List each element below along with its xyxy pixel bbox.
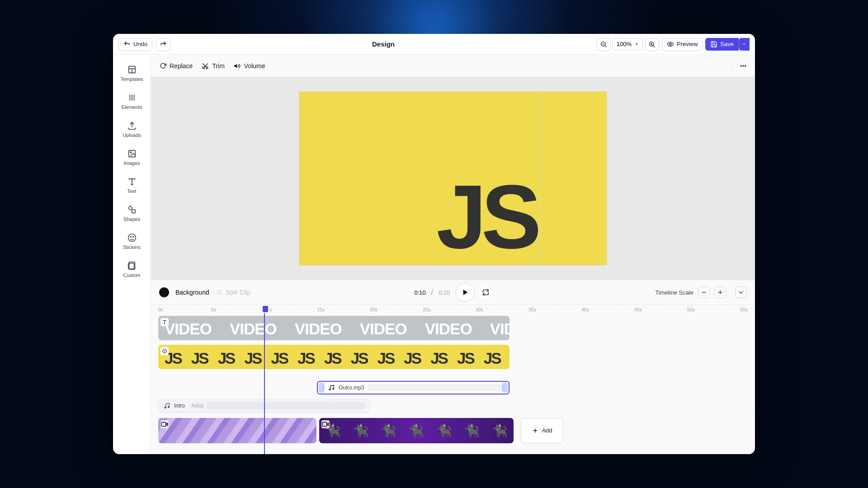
ruler-tick: 35s [528, 307, 536, 312]
timeline[interactable]: 0s5s10s15s20s25s30s35s40s45s50s55s VIDEO… [151, 305, 755, 454]
upload-icon [127, 121, 137, 131]
text-clip[interactable]: VIDEOVIDEOVIDEOVIDEOVIDEOVIDEOVIDEO [158, 316, 509, 340]
audio-clip-outro[interactable]: 〈 Outro.mp3 〉 [317, 381, 509, 394]
save-button[interactable]: Save [705, 38, 739, 51]
document-title[interactable]: Design [174, 40, 593, 48]
plus-icon [532, 427, 539, 434]
play-icon [461, 288, 469, 296]
scene-1[interactable] [158, 418, 316, 443]
volume-icon [234, 62, 241, 70]
sidebar-label: Shapes [123, 216, 140, 222]
waveform [207, 402, 365, 409]
replace-icon [159, 62, 166, 70]
time-ruler[interactable]: 0s5s10s15s20s25s30s35s40s45s50s55s [151, 305, 755, 316]
sidebar-item-images[interactable]: Images [113, 143, 151, 171]
svg-point-31 [741, 66, 741, 66]
undo-icon [123, 41, 131, 48]
ruler-tick: 5s [211, 307, 216, 312]
custom-icon [127, 261, 137, 271]
background-color-chip[interactable] [159, 287, 169, 297]
sidebar-item-custom[interactable]: Custom [113, 255, 151, 283]
main: Templates Elements Uploads Images Text S… [113, 55, 755, 454]
svg-marker-36 [463, 290, 468, 295]
volume-button[interactable]: Volume [234, 62, 265, 70]
tracks: VIDEOVIDEOVIDEOVIDEOVIDEOVIDEOVIDEO JSJS… [151, 316, 755, 413]
svg-point-33 [745, 66, 746, 66]
preview-button[interactable]: Preview [662, 38, 703, 51]
scale-options-button[interactable] [735, 286, 747, 298]
playback-controls: Background Split Clip 0:10 / 0:20 [151, 280, 755, 305]
zoom-percent-dropdown[interactable]: 100% [613, 38, 643, 50]
scene-thumb: 🐈‍⬛ [402, 418, 430, 443]
sidebar-item-elements[interactable]: Elements [113, 87, 151, 115]
sidebar-item-stickers[interactable]: Stickers [113, 227, 151, 255]
split-icon [216, 289, 223, 296]
svg-point-21 [128, 234, 136, 242]
clip-handle-right[interactable]: 〉 [501, 384, 507, 392]
sidebar-label: Uploads [123, 132, 141, 138]
text-icon [162, 319, 167, 325]
zoom-in-icon [648, 41, 656, 48]
sidebar-item-shapes[interactable]: Shapes [113, 199, 151, 227]
undo-button[interactable]: Undo [118, 38, 152, 51]
sidebar-item-uploads[interactable]: Uploads [113, 115, 151, 143]
scale-decrease-button[interactable] [698, 286, 710, 298]
sidebar-label: Elements [122, 104, 142, 110]
playhead[interactable] [264, 305, 265, 454]
scene-row: 🐈‍⬛🐈‍⬛🐈‍⬛🐈‍⬛🐈‍⬛🐈‍⬛🐈‍⬛ Add [151, 413, 755, 448]
svg-point-43 [164, 351, 164, 351]
track-audio-outro: 〈 Outro.mp3 〉 [151, 381, 755, 394]
ruler-tick: 55s [740, 307, 748, 312]
content: Replace Trim Volume JS [151, 55, 755, 454]
svg-point-48 [168, 406, 170, 408]
more-button[interactable] [731, 62, 747, 70]
sidebar-item-text[interactable]: Text [113, 171, 151, 199]
scale-increase-button[interactable] [714, 286, 726, 298]
plus-icon [717, 289, 724, 296]
templates-icon [127, 65, 137, 75]
ruler-tick: 20s [370, 307, 377, 312]
scene-thumb: 🐈‍⬛ [347, 418, 374, 443]
video-track-icon [160, 420, 169, 428]
waveform [368, 384, 504, 391]
more-icon [740, 62, 747, 70]
sidebar-label: Custom [123, 272, 141, 278]
sidebar-item-templates[interactable]: Templates [113, 59, 151, 87]
ruler-tick: 25s [423, 307, 430, 312]
svg-point-47 [165, 407, 166, 408]
caret-down-icon [742, 42, 746, 47]
canvas[interactable]: JS [299, 92, 607, 265]
playback-center: 0:10 / 0:20 [414, 283, 491, 302]
canvas-area[interactable]: JS [151, 77, 755, 280]
save-button-group: Save [705, 38, 750, 51]
timeline-scale-label: Timeline Scale [655, 289, 693, 296]
save-dropdown[interactable] [739, 38, 750, 51]
play-button[interactable] [456, 283, 475, 302]
stickers-icon [127, 233, 137, 243]
canvas-logo-text: JS [436, 180, 536, 254]
svg-rect-35 [220, 291, 222, 294]
ruler-tick: 40s [581, 307, 589, 312]
undo-label: Undo [133, 41, 147, 47]
track-text: VIDEOVIDEOVIDEOVIDEOVIDEOVIDEOVIDEO [151, 316, 755, 340]
track-audio-intro: Intro · Artist [151, 399, 755, 413]
add-scene-button[interactable]: Add [521, 418, 563, 443]
total-time: 0:20 [439, 289, 450, 296]
svg-rect-49 [161, 422, 166, 426]
zoom-out-button[interactable] [596, 38, 611, 51]
current-time: 0:10 [414, 289, 425, 296]
replace-button[interactable]: Replace [159, 62, 193, 70]
loop-button[interactable] [480, 286, 492, 298]
minus-icon [700, 289, 708, 296]
clip-handle-left[interactable]: 〈 [320, 384, 326, 392]
trim-button[interactable]: Trim [202, 62, 224, 70]
svg-marker-30 [234, 64, 237, 68]
sticker-clip[interactable]: JSJSJSJSJSJSJSJSJSJSJSJSJSJSJSJSJS [158, 345, 509, 369]
scene-thumb: 🐈‍⬛ [375, 418, 402, 443]
svg-line-1 [605, 45, 606, 47]
scene-2[interactable]: 🐈‍⬛🐈‍⬛🐈‍⬛🐈‍⬛🐈‍⬛🐈‍⬛🐈‍⬛ [319, 418, 514, 443]
sticker-clip-preview: JSJSJSJSJSJSJSJSJSJSJSJSJSJSJSJSJS [158, 345, 509, 369]
audio-outro-name: Outro.mp3 [339, 385, 364, 391]
zoom-in-button[interactable] [645, 38, 659, 51]
redo-button[interactable] [156, 38, 170, 51]
